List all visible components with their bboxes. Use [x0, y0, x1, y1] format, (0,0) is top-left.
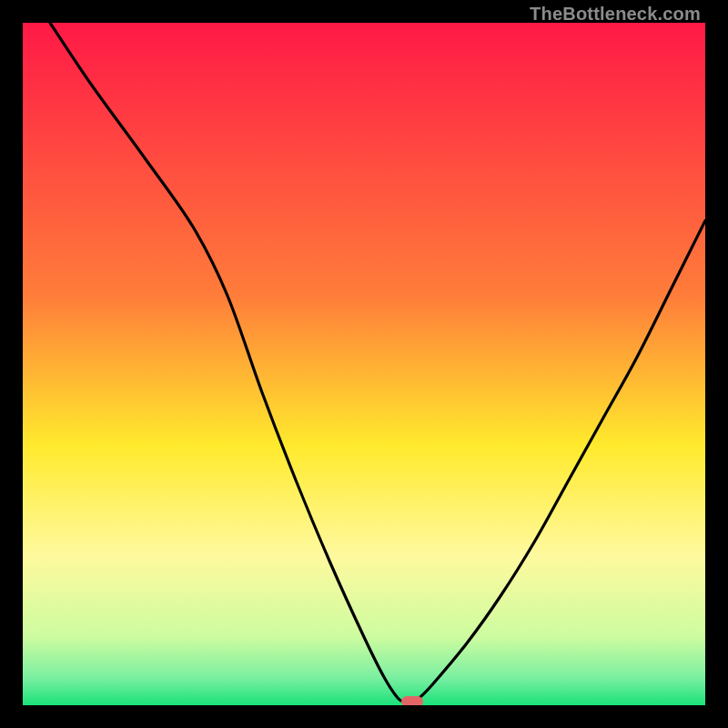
plot-area	[23, 23, 705, 705]
chart-frame: TheBottleneck.com	[0, 0, 728, 728]
optimal-marker	[401, 696, 423, 705]
bottleneck-curve	[23, 23, 705, 705]
watermark: TheBottleneck.com	[530, 4, 701, 25]
